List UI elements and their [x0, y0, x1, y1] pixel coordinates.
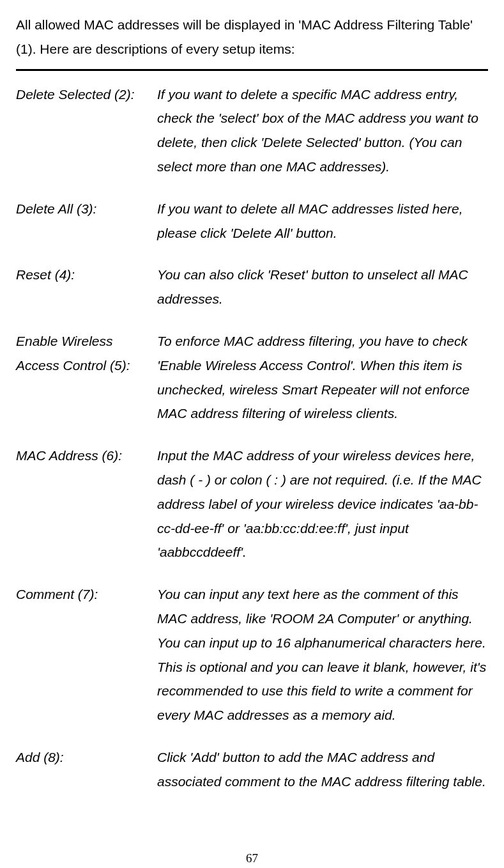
item-label: Add (8): [16, 745, 157, 794]
item-reset: Reset (4): You can also click 'Reset' bu… [16, 263, 488, 311]
item-label: Comment (7): [16, 582, 157, 727]
item-label: Reset (4): [16, 263, 157, 311]
item-desc: You can also click 'Reset' button to uns… [157, 263, 488, 311]
item-add: Add (8): Click 'Add' button to add the M… [16, 745, 488, 794]
page-number: 67 [16, 851, 488, 865]
item-comment: Comment (7): You can input any text here… [16, 582, 488, 727]
item-desc: You can input any text here as the comme… [157, 582, 488, 727]
item-enable-wireless: Enable Wireless Access Control (5): To e… [16, 329, 488, 426]
item-desc: If you want to delete a specific MAC add… [157, 82, 488, 179]
section-divider [16, 69, 488, 71]
item-delete-all: Delete All (3): If you want to delete al… [16, 197, 488, 245]
intro-paragraph: All allowed MAC addresses will be displa… [16, 13, 488, 61]
item-delete-selected: Delete Selected (2): If you want to dele… [16, 82, 488, 179]
item-desc: If you want to delete all MAC addresses … [157, 197, 488, 245]
item-mac-address: MAC Address (6): Input the MAC address o… [16, 444, 488, 564]
item-label: MAC Address (6): [16, 444, 157, 564]
item-label: Delete All (3): [16, 197, 157, 245]
item-label: Delete Selected (2): [16, 82, 157, 179]
item-desc: Click 'Add' button to add the MAC addres… [157, 745, 488, 794]
item-label: Enable Wireless Access Control (5): [16, 329, 157, 426]
item-desc: To enforce MAC address filtering, you ha… [157, 329, 488, 426]
item-desc: Input the MAC address of your wireless d… [157, 444, 488, 564]
setup-items: Delete Selected (2): If you want to dele… [16, 82, 488, 794]
